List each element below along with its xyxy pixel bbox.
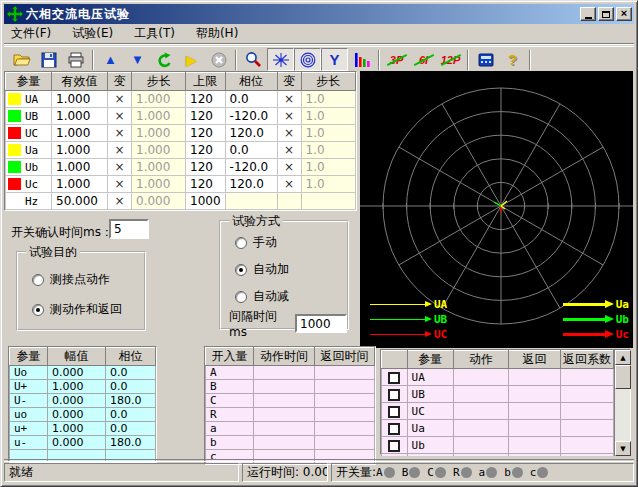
menu-file[interactable]: 文件(F) [11, 25, 51, 42]
close-button[interactable]: × [616, 7, 632, 21]
up-triangle-icon: ▲ [104, 53, 117, 66]
var-cell[interactable]: × [108, 176, 132, 193]
return-time-cell [315, 366, 375, 380]
maximize-button[interactable] [598, 7, 614, 21]
calculator-button[interactable] [472, 48, 499, 71]
legend-item-uc: UC [370, 328, 447, 340]
seq-phase: 0.0 [106, 380, 156, 394]
menu-tools[interactable]: 工具(T) [134, 25, 175, 42]
switch-indicator [537, 467, 548, 478]
switch-letter: b [504, 466, 511, 479]
harmonics-button[interactable] [348, 48, 375, 71]
param-cell: UA [6, 91, 52, 108]
limit-cell[interactable]: 120 [186, 176, 226, 193]
save-button[interactable] [35, 48, 62, 71]
raise-button[interactable]: ▲ [97, 48, 124, 71]
phase-cell[interactable]: 120.0 [225, 125, 277, 142]
limit-cell[interactable]: 120 [186, 142, 226, 159]
value-cell[interactable]: 50.000 [52, 193, 108, 210]
phasor-view-button[interactable] [267, 48, 294, 71]
select-checkbox[interactable] [388, 372, 400, 384]
select-checkbox[interactable] [388, 406, 400, 418]
var-cell[interactable]: × [108, 108, 132, 125]
limit-cell[interactable]: 1000 [186, 193, 226, 210]
menu-test[interactable]: 试验(E) [72, 25, 113, 42]
menu-help[interactable]: 帮助(H) [196, 25, 238, 42]
select-checkbox[interactable] [388, 440, 400, 452]
help-button[interactable]: ? [499, 48, 526, 71]
value-cell[interactable]: 1.000 [52, 142, 108, 159]
var-cell[interactable]: × [277, 142, 301, 159]
radio-icon [32, 304, 44, 316]
question-mark-icon: ? [508, 51, 517, 68]
trace-view-button[interactable] [294, 48, 321, 71]
var-cell[interactable]: × [108, 125, 132, 142]
open-button[interactable] [8, 48, 35, 71]
result-table-scrollbar[interactable]: ▲ ▼ [614, 350, 630, 456]
var-cell[interactable]: × [277, 91, 301, 108]
scroll-thumb[interactable] [615, 365, 631, 389]
switch-letter: B [402, 466, 409, 479]
value-cell[interactable]: 1.000 [52, 91, 108, 108]
scroll-up-icon[interactable]: ▲ [615, 350, 631, 365]
seq-name: u+ [10, 422, 48, 436]
confirm-time-input[interactable] [109, 219, 149, 239]
var-cell[interactable]: × [277, 176, 301, 193]
phase-cell[interactable]: -120.0 [225, 108, 277, 125]
coef-cell [560, 386, 613, 403]
input-row: a [206, 422, 375, 436]
act-time-cell [254, 422, 315, 436]
arrow-icon [563, 315, 614, 323]
seq-phase: 180.0 [106, 436, 156, 450]
radio-measure-contact[interactable]: 测接点动作 [32, 271, 110, 288]
vector-view-button[interactable]: Y [321, 48, 348, 71]
lower-button[interactable]: ▼ [124, 48, 151, 71]
limit-cell[interactable]: 120 [186, 159, 226, 176]
table-row-lb: Ub 1.000 × 1.000 120 -120.0 × 1.0 [6, 159, 356, 176]
var-cell[interactable]: × [277, 125, 301, 142]
mode-3p-button[interactable]: 3P [383, 48, 410, 71]
select-checkbox[interactable] [388, 389, 400, 401]
value-cell[interactable]: 1.000 [52, 108, 108, 125]
limit-cell[interactable]: 120 [186, 125, 226, 142]
zoom-button[interactable] [240, 48, 267, 71]
var-cell[interactable]: × [277, 159, 301, 176]
interval-input[interactable] [295, 314, 347, 333]
phase-cell [225, 193, 277, 210]
phase-cell[interactable]: 0.0 [225, 91, 277, 108]
step-cell: 1.0 [301, 108, 355, 125]
radio-auto-decrease[interactable]: 自动减 [235, 288, 289, 305]
minimize-button[interactable] [580, 7, 596, 21]
limit-cell[interactable]: 120 [186, 108, 226, 125]
phase-cell[interactable]: 0.0 [225, 142, 277, 159]
result-row: Ua [382, 420, 614, 437]
result-table: 参量 动作 返回 返回系数 UA UB UC Ua Ub Uc ▲ ▼ [380, 349, 631, 455]
radio-label: 测动作和返回 [50, 301, 122, 318]
value-cell[interactable]: 1.000 [52, 159, 108, 176]
var-cell[interactable]: × [277, 108, 301, 125]
radio-manual[interactable]: 手动 [235, 234, 277, 251]
value-cell[interactable]: 1.000 [52, 176, 108, 193]
radio-measure-act-return[interactable]: 测动作和返回 [32, 301, 122, 318]
seq-row: U+1.0000.0 [10, 380, 156, 394]
var-cell[interactable]: × [108, 159, 132, 176]
print-button[interactable] [62, 48, 89, 71]
phase-cell[interactable]: 120.0 [225, 176, 277, 193]
var-cell[interactable]: × [108, 193, 132, 210]
mode-6i-button[interactable]: 6I [410, 48, 437, 71]
var-cell[interactable]: × [108, 91, 132, 108]
select-checkbox[interactable] [388, 423, 400, 435]
limit-cell[interactable]: 120 [186, 91, 226, 108]
legend-label: Ua [616, 298, 629, 311]
radio-auto-increase[interactable]: 自动加 [235, 261, 289, 278]
status-switches: 开关量: A B C R a b c [331, 463, 634, 482]
legend-item-lb: Ub [563, 313, 629, 325]
mode-12p-button[interactable]: 12P [437, 48, 464, 71]
reset-button[interactable] [151, 48, 178, 71]
var-cell[interactable]: × [108, 142, 132, 159]
stop-button[interactable] [205, 48, 232, 71]
value-cell[interactable]: 1.000 [52, 125, 108, 142]
phase-cell[interactable]: -120.0 [225, 159, 277, 176]
run-button[interactable]: ▶ [178, 48, 205, 71]
scroll-down-icon[interactable]: ▼ [615, 441, 631, 456]
